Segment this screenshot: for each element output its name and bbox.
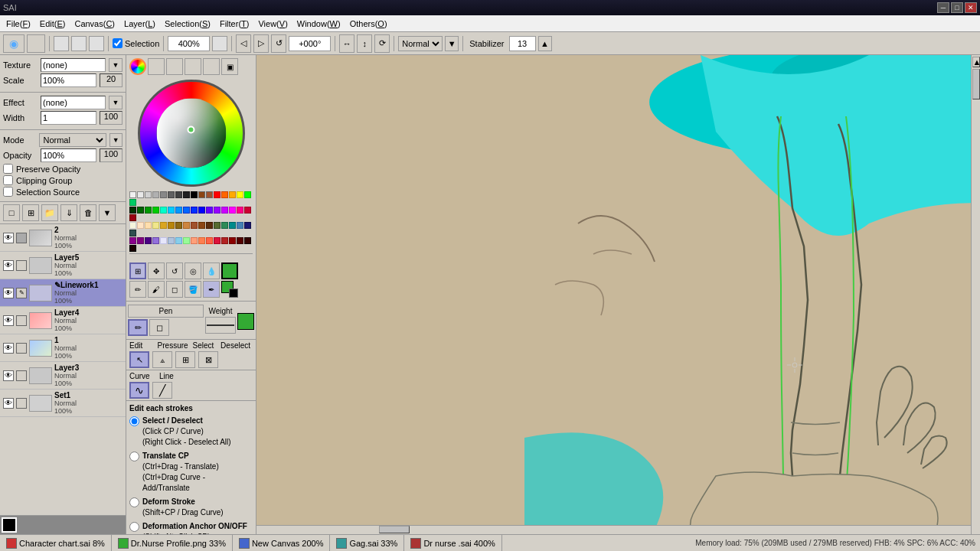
swatch[interactable] — [229, 237, 236, 244]
layer-options-btn[interactable]: ▼ — [99, 204, 116, 221]
minimize-button[interactable]: ─ — [937, 2, 949, 13]
clipping-group-check[interactable] — [3, 175, 13, 185]
scrollbar-vertical[interactable]: ▲ — [971, 55, 980, 534]
rotate-90-btn[interactable]: ⟳ — [374, 34, 390, 53]
swatch[interactable] — [214, 207, 220, 214]
swatch[interactable] — [198, 237, 205, 244]
swatch[interactable] — [244, 207, 251, 214]
status-tab-new-canvas[interactable]: New Canvas 200% — [233, 535, 331, 551]
swatch[interactable] — [129, 237, 136, 244]
menu-file[interactable]: File(F) — [2, 18, 35, 30]
swatch[interactable] — [221, 222, 228, 229]
swatch[interactable] — [137, 222, 144, 229]
swatch[interactable] — [191, 237, 198, 244]
selection-check[interactable]: Selection — [113, 38, 159, 48]
menu-filter[interactable]: Filter(T) — [215, 18, 254, 30]
scroll-thumb-v[interactable] — [972, 69, 980, 99]
rotate-tool[interactable]: ↺ — [166, 262, 183, 279]
swatch[interactable] — [137, 237, 144, 244]
swatch[interactable] — [152, 237, 159, 244]
swatch[interactable] — [145, 207, 152, 214]
foreground-color[interactable] — [2, 517, 17, 533]
scroll-up-btn[interactable]: ▲ — [972, 57, 980, 67]
swatch-scrollbar[interactable] — [129, 253, 253, 259]
bg-color-swatch[interactable] — [229, 289, 238, 298]
swatch[interactable] — [160, 237, 167, 244]
swatch[interactable] — [152, 222, 159, 229]
swatch[interactable] — [206, 237, 213, 244]
zoom-input[interactable]: 400% — [168, 36, 210, 51]
status-tab-gag[interactable]: Gag.sai 33% — [330, 535, 404, 551]
menu-canvas[interactable]: Canvas(C) — [70, 18, 119, 30]
eyedrop-tool[interactable]: 💧 — [203, 262, 220, 279]
delete-layer-btn[interactable]: 🗑 — [80, 204, 96, 221]
swatch[interactable] — [229, 207, 236, 214]
layer-visibility-set1[interactable]: 👁 — [3, 398, 14, 409]
layer-visibility-2[interactable]: 👁 — [3, 233, 14, 243]
brush-tool[interactable]: 🖌 — [148, 281, 165, 298]
opacity-input[interactable]: 100% — [41, 148, 96, 162]
new-layer-btn[interactable]: □ — [3, 204, 20, 221]
mode-dropdown[interactable]: ▼ — [109, 133, 122, 147]
pen-draw-btn[interactable]: ✏ — [128, 319, 148, 336]
layer-item-5[interactable]: 👁 Layer5 Normal 100% — [0, 252, 126, 279]
swatch[interactable] — [160, 222, 167, 229]
canvas-area[interactable]: ▲ — [256, 55, 980, 534]
maximize-button[interactable]: □ — [951, 2, 963, 13]
layer-item-linework1[interactable]: 👁 ✎ ✎Linework1 Normal 100% — [0, 279, 126, 307]
swatch[interactable] — [198, 207, 205, 214]
swatch[interactable] — [214, 191, 220, 198]
swatch[interactable] — [229, 191, 236, 198]
swatch[interactable] — [206, 207, 213, 214]
status-tab-dr-nurse[interactable]: Dr nurse .sai 400% — [404, 535, 502, 551]
toolbar-nav-2[interactable] — [27, 34, 45, 53]
toolbar-square-2[interactable] — [71, 36, 87, 51]
effect-dropdown[interactable]: ▼ — [109, 96, 122, 109]
swatch[interactable] — [214, 222, 220, 229]
swatch[interactable] — [145, 191, 152, 198]
layer-visibility-lw1[interactable]: 👁 — [3, 288, 14, 298]
swatch[interactable] — [206, 222, 213, 229]
stabilizer-input[interactable]: 13 — [509, 36, 536, 51]
toolbar-square-3[interactable] — [89, 36, 104, 51]
scroll-thumb-h[interactable] — [379, 526, 410, 533]
radio-deform-stroke-input[interactable] — [129, 497, 139, 507]
menu-view[interactable]: View(V) — [253, 18, 292, 30]
pressure-btn[interactable]: ⟁ — [152, 351, 172, 368]
menu-selection[interactable]: Selection(S) — [160, 18, 215, 30]
flip-h-btn[interactable]: ↔ — [339, 34, 354, 53]
layer-item-4[interactable]: 👁 Layer4 Normal 100% — [0, 307, 126, 334]
zoom-tool[interactable]: ◎ — [185, 262, 201, 279]
layer-item-1[interactable]: 👁 1 Normal 100% — [0, 334, 126, 362]
swatch[interactable] — [183, 237, 190, 244]
swatch[interactable] — [191, 191, 198, 198]
blend-mode-btn[interactable]: ▼ — [445, 36, 459, 51]
pen-color-swatch[interactable] — [237, 313, 254, 330]
swatch[interactable] — [137, 191, 144, 198]
swatch[interactable] — [168, 222, 175, 229]
swatch[interactable] — [129, 199, 136, 206]
swatch[interactable] — [152, 191, 159, 198]
swatch[interactable] — [198, 191, 205, 198]
texture-dropdown[interactable]: ▼ — [109, 58, 122, 72]
flip-v-btn[interactable]: ↕ — [357, 34, 372, 53]
swatch[interactable] — [129, 207, 136, 214]
toolbar-square-1[interactable] — [54, 36, 69, 51]
color-circle-btn[interactable] — [129, 58, 146, 75]
eraser-tool[interactable]: ◻ — [166, 281, 183, 298]
rotate-btn-1[interactable]: ◁ — [236, 34, 251, 53]
blend-mode-select[interactable]: Normal — [398, 36, 443, 51]
layer-visibility-5[interactable]: 👁 — [3, 260, 14, 271]
folder-btn[interactable]: 📁 — [41, 204, 58, 221]
swatch[interactable] — [168, 207, 175, 214]
effect-input[interactable]: (none) — [41, 96, 106, 109]
swatch[interactable] — [221, 237, 228, 244]
swatch[interactable] — [244, 191, 251, 198]
menu-layer[interactable]: Layer(L) — [119, 18, 160, 30]
rotate-btn-3[interactable]: ↺ — [271, 34, 286, 53]
swatch[interactable] — [129, 245, 136, 252]
swatch[interactable] — [237, 222, 243, 229]
select-tool[interactable]: ⊞ — [129, 262, 146, 279]
swatch[interactable] — [168, 191, 175, 198]
selection-checkbox[interactable] — [113, 38, 122, 48]
